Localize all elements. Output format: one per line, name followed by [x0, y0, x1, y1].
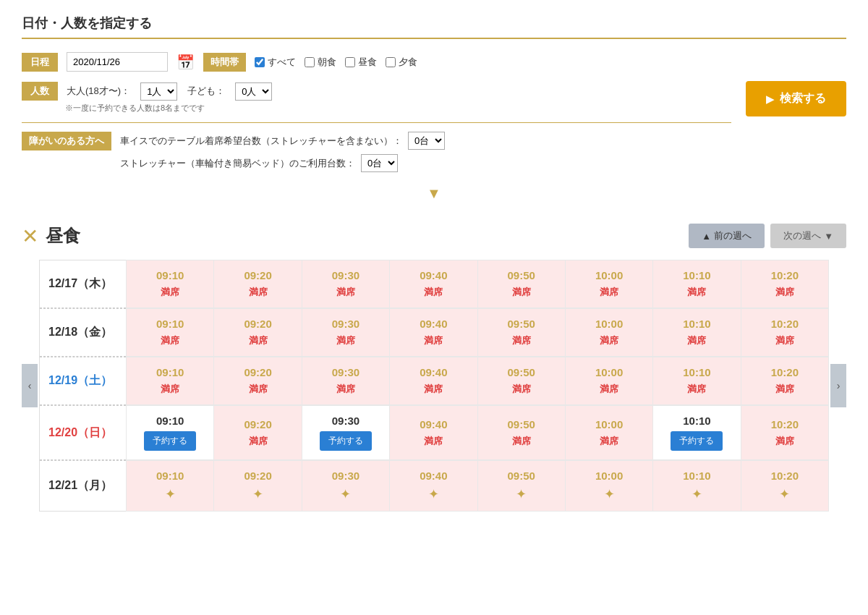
- dinner-checkbox-item[interactable]: 夕食: [386, 56, 417, 69]
- time-slot-cell: 09:50満席: [477, 406, 565, 460]
- yoyaku-button[interactable]: 予約する: [671, 431, 723, 451]
- time-slot-cell[interactable]: 09:10予約する: [127, 406, 214, 460]
- table-row: 12/19（土）09:10満席09:20満席09:30満席09:40満席09:5…: [40, 357, 829, 405]
- yoyaku-button[interactable]: 予約する: [144, 431, 196, 451]
- wheelchair-select[interactable]: 0台 1台 2台: [408, 132, 445, 150]
- time-slot-cell: 10:20満席: [741, 260, 828, 308]
- all-label: すべて: [268, 56, 296, 69]
- time-slot-cell[interactable]: 10:10予約する: [653, 406, 741, 460]
- time-value: 10:20: [746, 318, 824, 330]
- time-value: 09:50: [482, 318, 561, 330]
- page-title: 日付・人数を指定する: [22, 14, 846, 32]
- partial-indicator: ✦: [340, 487, 351, 501]
- time-value: 09:40: [394, 366, 472, 378]
- mansen-label: 満席: [775, 436, 794, 446]
- time-value: 09:20: [218, 269, 297, 281]
- morning-checkbox-item[interactable]: 朝食: [305, 56, 336, 69]
- time-value: 10:20: [746, 366, 824, 378]
- jikan-label: 時間帯: [203, 53, 246, 72]
- partial-indicator: ✦: [428, 487, 439, 501]
- time-slot-cell: 09:20満席: [214, 260, 302, 308]
- prev-week-arrow-icon: ▲: [702, 231, 711, 242]
- all-checkbox[interactable]: [255, 57, 265, 67]
- mansen-label: 満席: [249, 436, 268, 446]
- search-btn-label: 検索する: [780, 91, 826, 106]
- time-slot-cell: 09:20満席: [214, 309, 302, 357]
- prev-week-button[interactable]: ▲ 前の週へ: [689, 224, 765, 248]
- time-value: 09:20: [218, 318, 297, 330]
- next-week-button[interactable]: 次の週へ ▼: [770, 224, 846, 248]
- next-week-label: 次の週へ: [783, 229, 821, 242]
- time-slot-cell: 09:30満席: [302, 260, 389, 308]
- time-value: 10:00: [570, 318, 648, 330]
- time-value: 09:30: [307, 415, 385, 427]
- wheelchair-label: 車イスでのテーブル着席希望台数（ストレッチャーを含まない）：: [120, 135, 402, 148]
- mansen-label: 満席: [424, 436, 443, 446]
- date-cell: 12/18（金）: [40, 309, 127, 357]
- time-slot-cell: 10:00満席: [565, 260, 652, 308]
- mansen-label: 満席: [249, 335, 268, 346]
- time-value: 10:00: [570, 269, 648, 281]
- time-slot-cell: 09:50満席: [477, 260, 565, 308]
- time-value: 09:30: [307, 318, 385, 330]
- time-value: 10:20: [746, 418, 824, 430]
- table-row: 12/18（金）09:10満席09:20満席09:30満席09:40満席09:5…: [40, 309, 829, 357]
- date-input[interactable]: [67, 52, 168, 72]
- date-cell: 12/19（土）: [40, 357, 127, 405]
- time-value: 10:10: [658, 470, 736, 482]
- time-slot-cell: 10:20満席: [741, 406, 828, 460]
- mansen-label: 満席: [249, 383, 268, 394]
- time-value: 10:20: [746, 269, 824, 281]
- time-slot-cell: 09:30✦: [302, 461, 389, 512]
- stretcher-select[interactable]: 0台 1台 2台: [361, 154, 398, 172]
- mansen-label: 満席: [512, 383, 531, 394]
- time-slot-cell: 09:20✦: [214, 461, 302, 512]
- time-value: 09:10: [131, 415, 209, 427]
- time-slot-cell[interactable]: 09:30予約する: [302, 406, 389, 460]
- time-slot-cell: 10:20✦: [741, 461, 828, 512]
- mansen-label: 満席: [336, 383, 355, 394]
- partial-indicator: ✦: [516, 487, 527, 501]
- time-slot-cell: 10:10✦: [653, 461, 741, 512]
- time-slot-cell: 10:00満席: [565, 406, 652, 460]
- calendar-icon[interactable]: 📅: [176, 54, 195, 71]
- morning-checkbox[interactable]: [305, 57, 315, 67]
- time-slot-cell: 09:30満席: [302, 309, 389, 357]
- mansen-label: 満席: [512, 436, 531, 446]
- yoyaku-button[interactable]: 予約する: [320, 431, 372, 451]
- time-slot-cell: 10:00満席: [565, 309, 652, 357]
- time-value: 10:10: [658, 269, 736, 281]
- time-slot-cell: 10:20満席: [741, 309, 828, 357]
- time-value: 10:00: [570, 366, 648, 378]
- disability-label: 障がいのある方へ: [22, 132, 111, 150]
- scroll-right-button[interactable]: ›: [830, 364, 846, 407]
- child-select[interactable]: 0人 1人 2人: [235, 82, 272, 101]
- mansen-label: 満席: [424, 335, 443, 346]
- people-label: 人数: [22, 82, 58, 101]
- morning-label: 朝食: [318, 56, 336, 69]
- next-week-arrow-icon: ▼: [824, 231, 833, 242]
- mansen-label: 満席: [336, 335, 355, 346]
- time-slot-cell: 09:10満席: [127, 357, 214, 405]
- time-value: 10:00: [570, 470, 648, 482]
- time-slot-cell: 10:10満席: [653, 260, 741, 308]
- fork-knife-icon: ✕: [22, 224, 38, 248]
- search-button[interactable]: ▶ 検索する: [746, 81, 846, 116]
- time-value: 09:50: [482, 470, 561, 482]
- time-slot-cell: 09:40満席: [390, 260, 477, 308]
- table-row: 12/21（月）09:10✦09:20✦09:30✦09:40✦09:50✦10…: [40, 461, 829, 512]
- scroll-left-button[interactable]: ‹: [22, 364, 38, 407]
- time-slot-cell: 10:00✦: [565, 461, 652, 512]
- lunch-checkbox-item[interactable]: 昼食: [345, 56, 377, 69]
- dinner-checkbox[interactable]: [386, 57, 396, 67]
- dinner-label: 夕食: [399, 56, 417, 69]
- time-value: 09:30: [307, 269, 385, 281]
- mansen-label: 満席: [775, 383, 794, 394]
- adult-label: 大人(18才〜)：: [67, 85, 130, 98]
- child-label: 子ども：: [187, 85, 225, 98]
- all-checkbox-item[interactable]: すべて: [255, 56, 296, 69]
- adult-select[interactable]: 1人 2人 3人 4人: [140, 82, 177, 101]
- date-cell: 12/20（日）: [40, 406, 127, 460]
- people-note: ※一度に予約できる人数は8名までです: [65, 103, 731, 114]
- lunch-checkbox[interactable]: [345, 57, 355, 67]
